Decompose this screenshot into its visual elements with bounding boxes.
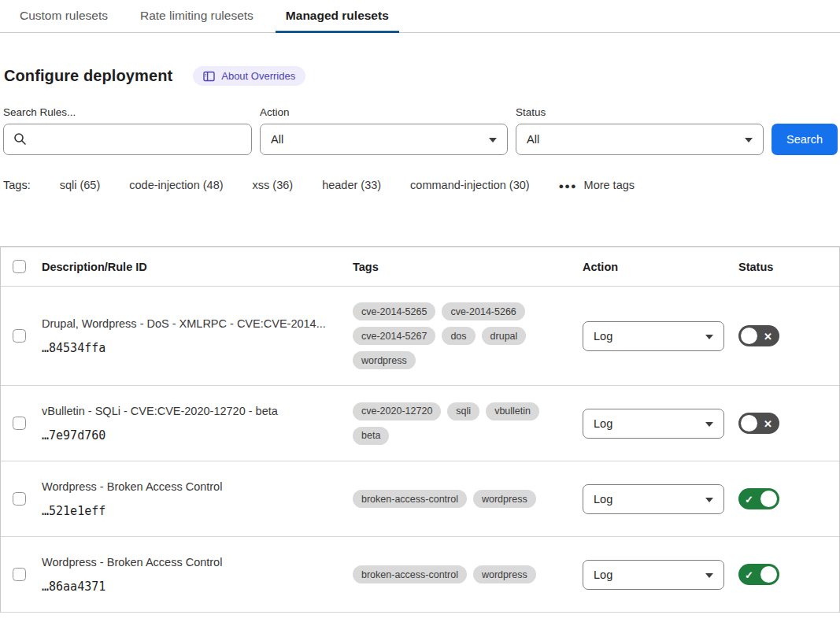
- column-header-description: Description/Rule ID: [42, 261, 353, 273]
- tag-filter-command-injection[interactable]: command-injection (30): [410, 179, 530, 191]
- tag-filter-xss[interactable]: xss (36): [253, 179, 294, 191]
- search-button[interactable]: Search: [772, 124, 838, 155]
- managed-rules-table: Description/Rule ID Tags Action Status D…: [0, 246, 840, 613]
- action-dropdown-value: Log: [594, 493, 612, 506]
- tag-pill: cve-2014-5267: [353, 327, 435, 345]
- toggle-knob: [760, 491, 777, 507]
- table-body: Drupal, Wordpress - DoS - XMLRPC - CVE:C…: [1, 287, 839, 613]
- row-checkbox[interactable]: [13, 568, 26, 581]
- row-checkbox[interactable]: [13, 417, 26, 430]
- rule-id: …84534ffa: [42, 341, 337, 355]
- about-overrides-badge[interactable]: About Overrides: [193, 66, 305, 86]
- select-all-checkbox[interactable]: [13, 260, 26, 273]
- x-icon: ✕: [764, 418, 772, 428]
- table-row: Wordpress - Broken Access Control …86aa4…: [1, 537, 839, 613]
- row-checkbox[interactable]: [13, 329, 26, 343]
- action-field: Action All: [260, 106, 508, 155]
- tab-managed-rulesets[interactable]: Managed rulesets: [276, 0, 399, 33]
- tag-list: broken-access-controlwordpress: [353, 565, 559, 583]
- tag-pill: dos: [442, 327, 475, 345]
- tag-pill: cve-2020-12720: [353, 402, 441, 420]
- heading-row: Configure deployment About Overrides: [4, 66, 840, 86]
- status-select[interactable]: All: [516, 124, 764, 155]
- rule-id: …521e1eff: [42, 504, 337, 518]
- tag-pill: wordpress: [473, 565, 536, 583]
- action-select[interactable]: All: [260, 124, 508, 155]
- rule-description: vBulletin - SQLi - CVE:CVE-2020-12720 - …: [42, 404, 337, 418]
- tag-list: cve-2020-12720sqlivbulletinbeta: [353, 402, 559, 445]
- tags-bar-label: Tags:: [3, 179, 31, 191]
- column-header-status: Status: [738, 261, 839, 273]
- tab-custom-rulesets[interactable]: Custom rulesets: [9, 0, 118, 33]
- search-input[interactable]: [3, 124, 252, 155]
- tag-filter-header[interactable]: header (33): [322, 179, 381, 191]
- tag-filter-sqli[interactable]: sqli (65): [60, 179, 101, 191]
- action-dropdown-value: Log: [594, 569, 612, 581]
- more-tags-label: More tags: [584, 179, 635, 191]
- rule-id: …7e97d760: [42, 428, 337, 443]
- column-header-action: Action: [583, 261, 738, 273]
- status-toggle[interactable]: ✓ ✕: [738, 325, 779, 346]
- tag-pill: wordpress: [353, 351, 416, 369]
- table-row: Drupal, Wordpress - DoS - XMLRPC - CVE:C…: [1, 287, 839, 386]
- page-title: Configure deployment: [4, 67, 172, 85]
- tag-pill: broken-access-control: [353, 565, 467, 583]
- toggle-knob: [741, 415, 757, 432]
- status-toggle[interactable]: ✓ ✕: [738, 564, 779, 585]
- tag-pill: wordpress: [473, 490, 536, 508]
- action-dropdown-value: Log: [594, 330, 612, 343]
- rule-description: Wordpress - Broken Access Control: [42, 480, 337, 494]
- rule-id: …86aa4371: [42, 580, 337, 594]
- chevron-down-icon: [705, 422, 713, 427]
- status-select-value: All: [527, 133, 539, 146]
- action-select-value: All: [271, 133, 283, 146]
- chevron-down-icon: [705, 498, 713, 502]
- chevron-down-icon: [705, 573, 713, 578]
- tag-pill: broken-access-control: [353, 490, 467, 508]
- table-header-row: Description/Rule ID Tags Action Status: [1, 247, 839, 287]
- filters-row: Search Rules... Action All Status All Se…: [3, 106, 840, 155]
- ruleset-tabs: Custom rulesets Rate limiting rulesets M…: [0, 0, 840, 33]
- status-field: Status All: [516, 106, 764, 155]
- status-toggle[interactable]: ✓ ✕: [738, 488, 779, 509]
- more-tags-button[interactable]: ●●● More tags: [559, 179, 635, 191]
- tag-pill: beta: [353, 427, 389, 445]
- tag-pill: sqli: [447, 402, 479, 420]
- action-label: Action: [260, 106, 508, 118]
- tab-rate-limiting-rulesets[interactable]: Rate limiting rulesets: [130, 0, 264, 33]
- check-icon: ✓: [745, 494, 753, 504]
- action-dropdown[interactable]: Log: [583, 484, 724, 514]
- toggle-knob: [760, 566, 777, 583]
- tag-list: broken-access-controlwordpress: [353, 490, 559, 508]
- check-icon: ✓: [745, 569, 753, 580]
- tag-filter-code-injection[interactable]: code-injection (48): [129, 179, 223, 191]
- status-toggle[interactable]: ✓ ✕: [738, 413, 779, 434]
- tags-bar: Tags: sqli (65) code-injection (48) xss …: [3, 179, 840, 191]
- table-row: Wordpress - Broken Access Control …521e1…: [1, 461, 839, 537]
- book-icon: [203, 71, 215, 82]
- ellipsis-icon: ●●●: [559, 181, 577, 191]
- tag-pill: vbulletin: [486, 402, 539, 420]
- action-dropdown[interactable]: Log: [583, 560, 724, 590]
- table-row: vBulletin - SQLi - CVE:CVE-2020-12720 - …: [1, 386, 839, 461]
- action-dropdown[interactable]: Log: [583, 321, 724, 351]
- x-icon: ✕: [764, 331, 772, 341]
- status-label: Status: [516, 106, 764, 118]
- tag-pill: cve-2014-5266: [442, 302, 524, 320]
- about-overrides-label: About Overrides: [221, 70, 295, 82]
- tag-list: cve-2014-5265cve-2014-5266cve-2014-5267d…: [353, 302, 559, 369]
- chevron-down-icon: [745, 138, 753, 143]
- rule-description: Drupal, Wordpress - DoS - XMLRPC - CVE:C…: [42, 317, 337, 331]
- row-checkbox[interactable]: [13, 492, 26, 506]
- rule-description: Wordpress - Broken Access Control: [42, 555, 337, 569]
- action-dropdown-value: Log: [594, 417, 612, 430]
- search-icon: [13, 132, 27, 149]
- tag-pill: cve-2014-5265: [353, 302, 435, 320]
- chevron-down-icon: [489, 138, 497, 143]
- search-label: Search Rules...: [3, 106, 252, 118]
- chevron-down-icon: [705, 335, 713, 339]
- tag-pill: drupal: [482, 327, 527, 345]
- column-header-tags: Tags: [353, 261, 583, 273]
- action-dropdown[interactable]: Log: [583, 409, 724, 439]
- search-field: Search Rules...: [3, 106, 252, 155]
